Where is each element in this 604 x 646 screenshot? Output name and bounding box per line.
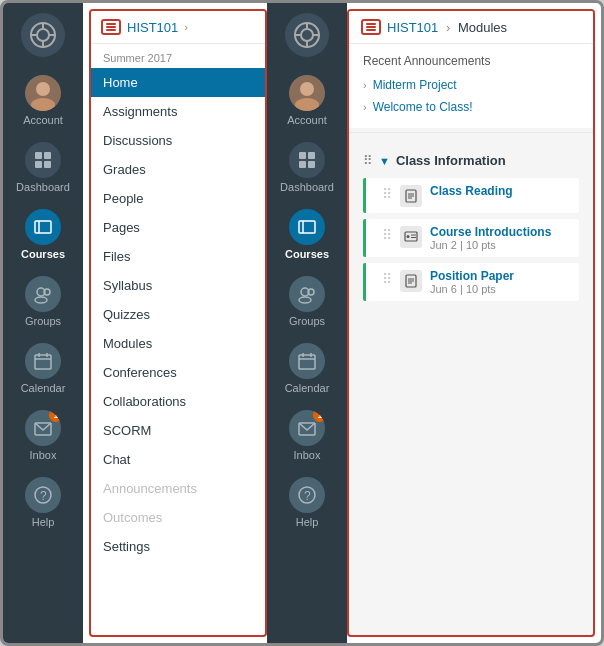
announcement-welcome-text: Welcome to Class! — [373, 100, 473, 114]
position-paper-title[interactable]: Position Paper — [430, 269, 579, 283]
right-sidebar-item-calendar[interactable]: Calendar — [267, 335, 347, 402]
nav-section-label: Summer 2017 — [91, 44, 265, 68]
main-hamburger-icon[interactable] — [361, 19, 381, 35]
svg-rect-9 — [44, 152, 51, 159]
main-page-name: Modules — [458, 20, 507, 35]
svg-text:?: ? — [40, 489, 47, 503]
nav-menu-panel: HIST101 › Summer 2017 Home Assignments D… — [89, 9, 267, 637]
nav-item-home[interactable]: Home — [91, 68, 265, 97]
hamburger-icon[interactable] — [101, 19, 121, 35]
sidebar-item-inbox[interactable]: 1 Inbox — [3, 402, 83, 469]
sidebar-item-calendar[interactable]: Calendar — [3, 335, 83, 402]
announcement-arrow-icon-2: › — [363, 101, 367, 113]
nav-item-grades[interactable]: Grades — [91, 155, 265, 184]
course-intro-meta: Jun 2 | 10 pts — [430, 239, 579, 251]
nav-item-quizzes[interactable]: Quizzes — [91, 300, 265, 329]
module-toggle-icon[interactable]: ▼ — [379, 155, 390, 167]
main-course-code[interactable]: HIST101 — [387, 20, 438, 35]
nav-menu-list: Home Assignments Discussions Grades Peop… — [91, 68, 265, 635]
sidebar-item-account[interactable]: Account — [3, 67, 83, 134]
sidebar-item-help-label: Help — [32, 516, 55, 528]
position-paper-meta: Jun 6 | 10 pts — [430, 283, 579, 295]
svg-rect-32 — [299, 152, 306, 159]
module-class-info-header[interactable]: ⠿ ▼ Class Information — [363, 147, 579, 174]
svg-point-31 — [295, 98, 319, 111]
right-sidebar-item-dashboard[interactable]: Dashboard — [267, 134, 347, 201]
class-reading-content: Class Reading — [430, 184, 579, 198]
svg-rect-41 — [299, 355, 315, 369]
right-sidebar-inbox-label: Inbox — [294, 449, 321, 461]
app-frame: Account Dashboard Courses — [0, 0, 604, 646]
nav-item-announcements: Announcements — [91, 474, 265, 503]
nav-item-scorm[interactable]: SCORM — [91, 416, 265, 445]
svg-rect-8 — [35, 152, 42, 159]
announcement-item-midterm[interactable]: › Midterm Project — [363, 74, 579, 96]
middle-course-code[interactable]: HIST101 — [127, 20, 178, 35]
svg-rect-33 — [308, 152, 315, 159]
position-paper-content: Position Paper Jun 6 | 10 pts — [430, 269, 579, 295]
class-reading-icon — [400, 185, 422, 207]
nav-item-collaborations[interactable]: Collaborations — [91, 387, 265, 416]
sidebar-item-groups-label: Groups — [25, 315, 61, 327]
svg-rect-12 — [35, 221, 51, 233]
svg-point-40 — [299, 297, 311, 303]
right-section: Account Dashboard — [267, 3, 601, 643]
module-item-class-reading: ⠿ Class Reading — [363, 178, 579, 213]
nav-item-conferences[interactable]: Conferences — [91, 358, 265, 387]
svg-rect-10 — [35, 161, 42, 168]
svg-rect-35 — [308, 161, 315, 168]
class-reading-title[interactable]: Class Reading — [430, 184, 579, 198]
right-sidebar-item-account[interactable]: Account — [267, 67, 347, 134]
right-sidebar: Account Dashboard — [267, 3, 347, 643]
main-header-title: HIST101 › Modules — [387, 20, 507, 35]
right-top: Account Dashboard — [267, 3, 601, 643]
right-sidebar-item-inbox[interactable]: 1 Inbox — [267, 402, 347, 469]
nav-item-discussions[interactable]: Discussions — [91, 126, 265, 155]
right-sidebar-item-groups[interactable]: Groups — [267, 268, 347, 335]
right-sidebar-dashboard-label: Dashboard — [280, 181, 334, 193]
sidebar-item-courses-label: Courses — [21, 248, 65, 260]
nav-item-settings[interactable]: Settings — [91, 532, 265, 561]
svg-rect-17 — [35, 355, 51, 369]
module-title: Class Information — [396, 153, 506, 168]
sidebar-item-dashboard[interactable]: Dashboard — [3, 134, 83, 201]
svg-text:?: ? — [304, 489, 311, 503]
announcement-item-welcome[interactable]: › Welcome to Class! — [363, 96, 579, 118]
nav-item-files[interactable]: Files — [91, 242, 265, 271]
right-sidebar-help-label: Help — [296, 516, 319, 528]
svg-point-1 — [37, 29, 49, 41]
sidebar-item-help[interactable]: ? Help — [3, 469, 83, 536]
svg-point-6 — [36, 82, 50, 96]
nav-item-assignments[interactable]: Assignments — [91, 97, 265, 126]
announcement-arrow-icon: › — [363, 79, 367, 91]
course-intro-icon — [400, 226, 422, 248]
sidebar-item-dashboard-label: Dashboard — [16, 181, 70, 193]
nav-item-modules[interactable]: Modules — [91, 329, 265, 358]
svg-point-30 — [300, 82, 314, 96]
sidebar-item-calendar-label: Calendar — [21, 382, 66, 394]
right-sidebar-item-courses[interactable]: Courses — [267, 201, 347, 268]
right-sidebar-calendar-label: Calendar — [285, 382, 330, 394]
course-intro-title[interactable]: Course Introductions — [430, 225, 579, 239]
left-sidebar: Account Dashboard Courses — [3, 3, 83, 643]
nav-item-syllabus[interactable]: Syllabus — [91, 271, 265, 300]
nav-item-chat[interactable]: Chat — [91, 445, 265, 474]
sidebar-item-inbox-label: Inbox — [30, 449, 57, 461]
announcements-section: Recent Announcements › Midterm Project ›… — [349, 44, 593, 128]
middle-panel-header: HIST101 › — [91, 11, 265, 44]
right-sidebar-item-help[interactable]: ? Help — [267, 469, 347, 536]
svg-point-7 — [31, 98, 55, 111]
module-item-course-introductions: ⠿ Course Introductions Jun 2 | 10 p — [363, 219, 579, 257]
svg-point-25 — [301, 29, 313, 41]
nav-item-pages[interactable]: Pages — [91, 213, 265, 242]
sidebar-item-groups[interactable]: Groups — [3, 268, 83, 335]
sidebar-item-courses[interactable]: Courses — [3, 201, 83, 268]
main-content-header: HIST101 › Modules — [349, 11, 593, 44]
nav-item-people[interactable]: People — [91, 184, 265, 213]
item-drag-handle-2: ⠿ — [382, 227, 392, 243]
svg-rect-11 — [44, 161, 51, 168]
announcement-midterm-text: Midterm Project — [373, 78, 457, 92]
course-intro-content: Course Introductions Jun 2 | 10 pts — [430, 225, 579, 251]
modules-section: ⠿ ▼ Class Information ⠿ — [349, 137, 593, 635]
main-header-separator: › — [446, 20, 450, 35]
